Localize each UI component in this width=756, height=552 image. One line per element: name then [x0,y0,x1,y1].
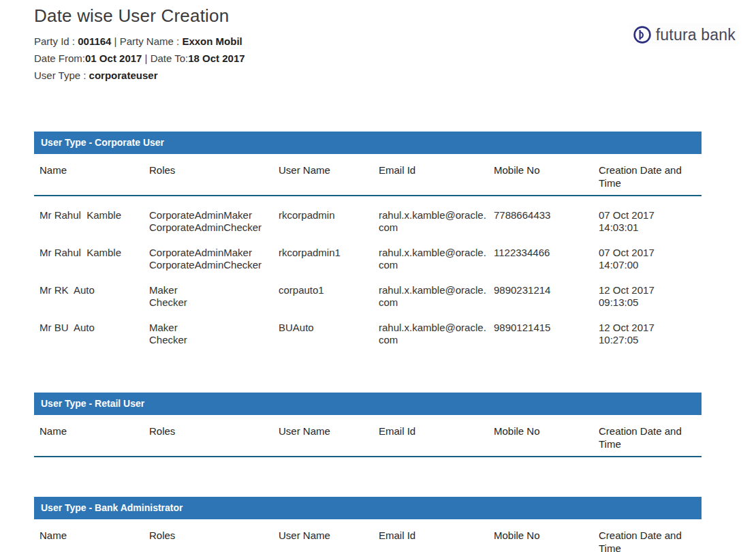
retail-user-table-header-row: Name Roles User Name Email Id Mobile No … [34,415,702,457]
creation-time-line: 14:03:01 [599,221,695,234]
cell-roles: CorporateAdminMaker CorporateAdminChecke… [149,209,279,234]
date-to-label: | Date To: [142,52,188,64]
email-line: rahul.x.kamble@oracle. [379,247,487,259]
email-line: com [379,296,487,309]
cell-mobile-no: 7788664433 [494,209,599,234]
email-line: rahul.x.kamble@oracle. [379,284,487,296]
cell-name: Mr BU Auto [34,322,149,346]
column-header-mobile-no: Mobile No [494,425,599,450]
cell-name: Mr Rahul Kamble [34,209,149,234]
cell-email-id: rahul.x.kamble@oracle. com [379,284,494,309]
retail-user-table-section: User Type - Retail User Name Roles User … [34,393,702,457]
creation-time-line: 09:13:05 [599,296,695,309]
column-header-user-name: User Name [279,164,379,189]
role-line: CorporateAdminChecker [149,259,272,271]
cell-user-name: BUAuto [279,322,379,346]
column-header-creation-date: Creation Date and Time [599,164,702,189]
cell-name: Mr Rahul Kamble [34,247,149,271]
role-line: CorporateAdminChecker [149,221,272,234]
cell-user-name: rkcorpadmin1 [279,247,379,271]
role-line: Checker [149,334,272,346]
user-type-line: User Type : corporateuser [34,67,756,84]
cell-email-id: rahul.x.kamble@oracle. com [379,247,494,271]
cell-creation-date: 12 Oct 2017 10:27:05 [599,322,702,346]
cell-creation-date: 12 Oct 2017 09:13:05 [599,284,702,309]
email-line: com [379,334,487,346]
column-header-mobile-no: Mobile No [494,164,599,189]
column-header-name: Name [34,164,149,189]
column-header-name: Name [34,529,149,552]
bank-administrator-table-header-row: Name Roles User Name Email Id Mobile No … [34,519,702,552]
cell-roles: Maker Checker [149,284,279,309]
role-line: CorporateAdminMaker [149,247,272,259]
column-header-user-name: User Name [279,425,379,450]
column-header-roles: Roles [149,425,279,450]
creation-date-line: 12 Oct 2017 [599,322,695,334]
creation-time-line: 10:27:05 [599,334,695,346]
email-line: rahul.x.kamble@oracle. [379,322,487,334]
futura-bank-logo-icon [632,25,652,45]
party-id-label: Party Id : [34,35,78,47]
report-page: Date wise User Creation Party Id : 00116… [0,0,756,552]
cell-email-id: rahul.x.kamble@oracle. com [379,209,494,234]
futura-bank-logo-text: futura bank [656,26,736,44]
cell-name: Mr RK Auto [34,284,149,309]
cell-user-name: corpauto1 [279,284,379,309]
report-content: User Type - Corporate User Name Roles Us… [0,132,756,552]
email-line: com [379,221,487,234]
email-line: com [379,259,487,271]
table-row: Mr Rahul Kamble CorporateAdminMaker Corp… [34,209,702,234]
bank-administrator-table-section: User Type - Bank Administrator Name Role… [34,497,702,552]
column-header-creation-date: Creation Date and Time [599,529,702,552]
cell-creation-date: 07 Oct 2017 14:03:01 [599,209,702,234]
user-type-value: corporateuser [89,70,158,81]
email-line: rahul.x.kamble@oracle. [379,209,487,221]
creation-date-line: 12 Oct 2017 [599,284,695,296]
creation-date-line: 07 Oct 2017 [599,209,695,221]
column-header-email-id: Email Id [379,425,494,450]
party-id-value: 001164 [78,35,111,47]
column-header-roles: Roles [149,529,279,552]
column-header-name: Name [34,425,149,450]
cell-creation-date: 07 Oct 2017 14:07:00 [599,247,702,271]
column-header-creation-date: Creation Date and Time [599,425,702,450]
party-name-label: | Party Name : [111,35,182,47]
date-from-value: 01 Oct 2017 [85,52,142,64]
column-header-user-name: User Name [279,529,379,552]
date-range-line: Date From:01 Oct 2017 | Date To:18 Oct 2… [34,50,756,67]
cell-mobile-no: 1122334466 [494,247,599,271]
bank-administrator-table-title: User Type - Bank Administrator [34,497,702,519]
cell-roles: CorporateAdminMaker CorporateAdminChecke… [149,247,279,271]
table-row: Mr BU Auto Maker Checker BUAuto rahul.x.… [34,322,702,346]
date-from-label: Date From: [34,52,85,64]
cell-mobile-no: 9890121415 [494,322,599,346]
cell-roles: Maker Checker [149,322,279,346]
corporate-user-table-title: User Type - Corporate User [34,132,702,154]
corporate-user-table-section: User Type - Corporate User Name Roles Us… [34,132,702,346]
user-type-label: User Type : [34,70,89,81]
party-name-value: Exxon Mobil [182,35,242,47]
creation-time-line: 14:07:00 [599,259,695,271]
column-header-email-id: Email Id [379,164,494,189]
corporate-user-table-header-row: Name Roles User Name Email Id Mobile No … [34,154,702,196]
role-line: Checker [149,296,272,309]
cell-email-id: rahul.x.kamble@oracle. com [379,322,494,346]
column-header-roles: Roles [149,164,279,189]
role-line: Maker [149,284,272,296]
table-row: Mr RK Auto Maker Checker corpauto1 rahul… [34,284,702,309]
role-line: CorporateAdminMaker [149,209,272,221]
cell-mobile-no: 9890231214 [494,284,599,309]
column-header-mobile-no: Mobile No [494,529,599,552]
creation-date-line: 07 Oct 2017 [599,247,695,259]
futura-bank-logo: futura bank [629,23,738,46]
date-to-value: 18 Oct 2017 [188,52,245,64]
column-header-email-id: Email Id [379,529,494,552]
retail-user-table-title: User Type - Retail User [34,393,702,415]
role-line: Maker [149,322,272,334]
cell-user-name: rkcorpadmin [279,209,379,234]
report-header: Date wise User Creation Party Id : 00116… [0,0,756,84]
table-row: Mr Rahul Kamble CorporateAdminMaker Corp… [34,247,702,271]
